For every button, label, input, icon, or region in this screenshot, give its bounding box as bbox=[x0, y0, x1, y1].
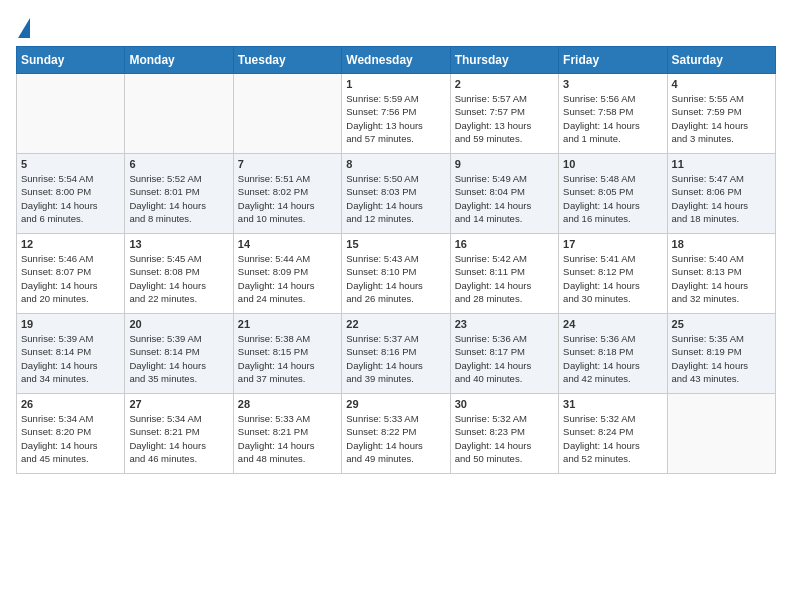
day-number: 29 bbox=[346, 398, 445, 410]
calendar-cell: 16Sunrise: 5:42 AM Sunset: 8:11 PM Dayli… bbox=[450, 234, 558, 314]
day-number: 8 bbox=[346, 158, 445, 170]
day-number: 12 bbox=[21, 238, 120, 250]
day-info: Sunrise: 5:34 AM Sunset: 8:20 PM Dayligh… bbox=[21, 412, 120, 465]
day-info: Sunrise: 5:39 AM Sunset: 8:14 PM Dayligh… bbox=[129, 332, 228, 385]
day-info: Sunrise: 5:40 AM Sunset: 8:13 PM Dayligh… bbox=[672, 252, 771, 305]
day-number: 22 bbox=[346, 318, 445, 330]
day-info: Sunrise: 5:32 AM Sunset: 8:24 PM Dayligh… bbox=[563, 412, 662, 465]
calendar-cell: 19Sunrise: 5:39 AM Sunset: 8:14 PM Dayli… bbox=[17, 314, 125, 394]
day-info: Sunrise: 5:43 AM Sunset: 8:10 PM Dayligh… bbox=[346, 252, 445, 305]
day-number: 14 bbox=[238, 238, 337, 250]
day-number: 11 bbox=[672, 158, 771, 170]
day-info: Sunrise: 5:50 AM Sunset: 8:03 PM Dayligh… bbox=[346, 172, 445, 225]
calendar-cell: 10Sunrise: 5:48 AM Sunset: 8:05 PM Dayli… bbox=[559, 154, 667, 234]
calendar-cell: 13Sunrise: 5:45 AM Sunset: 8:08 PM Dayli… bbox=[125, 234, 233, 314]
weekday-header-sunday: Sunday bbox=[17, 47, 125, 74]
day-number: 26 bbox=[21, 398, 120, 410]
day-number: 2 bbox=[455, 78, 554, 90]
day-number: 18 bbox=[672, 238, 771, 250]
calendar-cell: 22Sunrise: 5:37 AM Sunset: 8:16 PM Dayli… bbox=[342, 314, 450, 394]
logo-triangle-icon bbox=[18, 18, 30, 38]
day-number: 20 bbox=[129, 318, 228, 330]
calendar-cell bbox=[125, 74, 233, 154]
day-info: Sunrise: 5:48 AM Sunset: 8:05 PM Dayligh… bbox=[563, 172, 662, 225]
calendar-cell: 11Sunrise: 5:47 AM Sunset: 8:06 PM Dayli… bbox=[667, 154, 775, 234]
weekday-header-thursday: Thursday bbox=[450, 47, 558, 74]
weekday-header-monday: Monday bbox=[125, 47, 233, 74]
calendar-cell: 2Sunrise: 5:57 AM Sunset: 7:57 PM Daylig… bbox=[450, 74, 558, 154]
weekday-header-wednesday: Wednesday bbox=[342, 47, 450, 74]
calendar-cell: 21Sunrise: 5:38 AM Sunset: 8:15 PM Dayli… bbox=[233, 314, 341, 394]
day-info: Sunrise: 5:37 AM Sunset: 8:16 PM Dayligh… bbox=[346, 332, 445, 385]
calendar-cell bbox=[233, 74, 341, 154]
calendar-cell: 8Sunrise: 5:50 AM Sunset: 8:03 PM Daylig… bbox=[342, 154, 450, 234]
calendar-cell: 6Sunrise: 5:52 AM Sunset: 8:01 PM Daylig… bbox=[125, 154, 233, 234]
weekday-header-saturday: Saturday bbox=[667, 47, 775, 74]
day-number: 4 bbox=[672, 78, 771, 90]
day-info: Sunrise: 5:59 AM Sunset: 7:56 PM Dayligh… bbox=[346, 92, 445, 145]
calendar-cell: 15Sunrise: 5:43 AM Sunset: 8:10 PM Dayli… bbox=[342, 234, 450, 314]
calendar-cell bbox=[667, 394, 775, 474]
calendar-cell: 1Sunrise: 5:59 AM Sunset: 7:56 PM Daylig… bbox=[342, 74, 450, 154]
calendar-cell: 29Sunrise: 5:33 AM Sunset: 8:22 PM Dayli… bbox=[342, 394, 450, 474]
day-number: 23 bbox=[455, 318, 554, 330]
calendar-cell: 24Sunrise: 5:36 AM Sunset: 8:18 PM Dayli… bbox=[559, 314, 667, 394]
day-number: 15 bbox=[346, 238, 445, 250]
day-number: 28 bbox=[238, 398, 337, 410]
calendar-cell: 5Sunrise: 5:54 AM Sunset: 8:00 PM Daylig… bbox=[17, 154, 125, 234]
calendar-cell: 18Sunrise: 5:40 AM Sunset: 8:13 PM Dayli… bbox=[667, 234, 775, 314]
day-number: 30 bbox=[455, 398, 554, 410]
day-number: 9 bbox=[455, 158, 554, 170]
day-info: Sunrise: 5:57 AM Sunset: 7:57 PM Dayligh… bbox=[455, 92, 554, 145]
day-number: 6 bbox=[129, 158, 228, 170]
day-number: 24 bbox=[563, 318, 662, 330]
day-info: Sunrise: 5:45 AM Sunset: 8:08 PM Dayligh… bbox=[129, 252, 228, 305]
day-info: Sunrise: 5:33 AM Sunset: 8:22 PM Dayligh… bbox=[346, 412, 445, 465]
day-info: Sunrise: 5:36 AM Sunset: 8:17 PM Dayligh… bbox=[455, 332, 554, 385]
day-info: Sunrise: 5:39 AM Sunset: 8:14 PM Dayligh… bbox=[21, 332, 120, 385]
calendar-cell: 25Sunrise: 5:35 AM Sunset: 8:19 PM Dayli… bbox=[667, 314, 775, 394]
day-info: Sunrise: 5:46 AM Sunset: 8:07 PM Dayligh… bbox=[21, 252, 120, 305]
calendar-cell: 9Sunrise: 5:49 AM Sunset: 8:04 PM Daylig… bbox=[450, 154, 558, 234]
day-info: Sunrise: 5:34 AM Sunset: 8:21 PM Dayligh… bbox=[129, 412, 228, 465]
calendar-cell bbox=[17, 74, 125, 154]
page-header bbox=[16, 16, 776, 38]
day-info: Sunrise: 5:41 AM Sunset: 8:12 PM Dayligh… bbox=[563, 252, 662, 305]
day-info: Sunrise: 5:33 AM Sunset: 8:21 PM Dayligh… bbox=[238, 412, 337, 465]
day-info: Sunrise: 5:44 AM Sunset: 8:09 PM Dayligh… bbox=[238, 252, 337, 305]
calendar-cell: 7Sunrise: 5:51 AM Sunset: 8:02 PM Daylig… bbox=[233, 154, 341, 234]
day-number: 19 bbox=[21, 318, 120, 330]
calendar-cell: 14Sunrise: 5:44 AM Sunset: 8:09 PM Dayli… bbox=[233, 234, 341, 314]
day-number: 27 bbox=[129, 398, 228, 410]
calendar-cell: 12Sunrise: 5:46 AM Sunset: 8:07 PM Dayli… bbox=[17, 234, 125, 314]
weekday-header-friday: Friday bbox=[559, 47, 667, 74]
calendar-cell: 28Sunrise: 5:33 AM Sunset: 8:21 PM Dayli… bbox=[233, 394, 341, 474]
calendar-cell: 17Sunrise: 5:41 AM Sunset: 8:12 PM Dayli… bbox=[559, 234, 667, 314]
day-info: Sunrise: 5:42 AM Sunset: 8:11 PM Dayligh… bbox=[455, 252, 554, 305]
day-number: 17 bbox=[563, 238, 662, 250]
day-info: Sunrise: 5:36 AM Sunset: 8:18 PM Dayligh… bbox=[563, 332, 662, 385]
calendar-cell: 20Sunrise: 5:39 AM Sunset: 8:14 PM Dayli… bbox=[125, 314, 233, 394]
weekday-header-tuesday: Tuesday bbox=[233, 47, 341, 74]
day-number: 16 bbox=[455, 238, 554, 250]
day-info: Sunrise: 5:54 AM Sunset: 8:00 PM Dayligh… bbox=[21, 172, 120, 225]
day-number: 13 bbox=[129, 238, 228, 250]
day-info: Sunrise: 5:52 AM Sunset: 8:01 PM Dayligh… bbox=[129, 172, 228, 225]
calendar-cell: 31Sunrise: 5:32 AM Sunset: 8:24 PM Dayli… bbox=[559, 394, 667, 474]
calendar-cell: 30Sunrise: 5:32 AM Sunset: 8:23 PM Dayli… bbox=[450, 394, 558, 474]
day-info: Sunrise: 5:38 AM Sunset: 8:15 PM Dayligh… bbox=[238, 332, 337, 385]
logo bbox=[16, 16, 30, 38]
day-number: 31 bbox=[563, 398, 662, 410]
day-number: 21 bbox=[238, 318, 337, 330]
day-info: Sunrise: 5:32 AM Sunset: 8:23 PM Dayligh… bbox=[455, 412, 554, 465]
day-info: Sunrise: 5:47 AM Sunset: 8:06 PM Dayligh… bbox=[672, 172, 771, 225]
calendar-cell: 23Sunrise: 5:36 AM Sunset: 8:17 PM Dayli… bbox=[450, 314, 558, 394]
day-info: Sunrise: 5:55 AM Sunset: 7:59 PM Dayligh… bbox=[672, 92, 771, 145]
day-number: 25 bbox=[672, 318, 771, 330]
day-info: Sunrise: 5:49 AM Sunset: 8:04 PM Dayligh… bbox=[455, 172, 554, 225]
day-info: Sunrise: 5:35 AM Sunset: 8:19 PM Dayligh… bbox=[672, 332, 771, 385]
day-info: Sunrise: 5:56 AM Sunset: 7:58 PM Dayligh… bbox=[563, 92, 662, 145]
calendar-cell: 3Sunrise: 5:56 AM Sunset: 7:58 PM Daylig… bbox=[559, 74, 667, 154]
calendar-cell: 4Sunrise: 5:55 AM Sunset: 7:59 PM Daylig… bbox=[667, 74, 775, 154]
day-number: 10 bbox=[563, 158, 662, 170]
